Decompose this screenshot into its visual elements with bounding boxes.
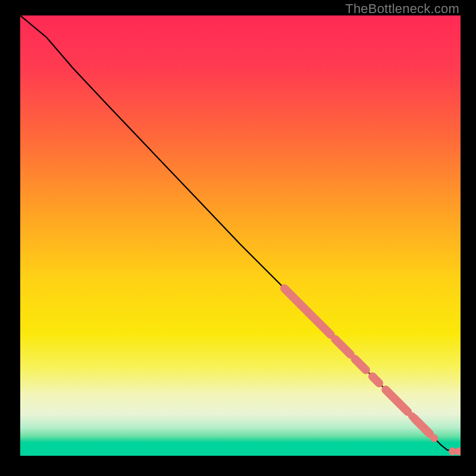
chart-svg: [20, 15, 461, 456]
marker-segment: [372, 377, 379, 383]
watermark-text: TheBottleneck.com: [345, 1, 459, 17]
chart-plot-area: [20, 15, 461, 456]
marker-dot: [408, 412, 416, 420]
marker-dot: [430, 434, 438, 442]
chart-stage: TheBottleneck.com: [0, 0, 476, 476]
